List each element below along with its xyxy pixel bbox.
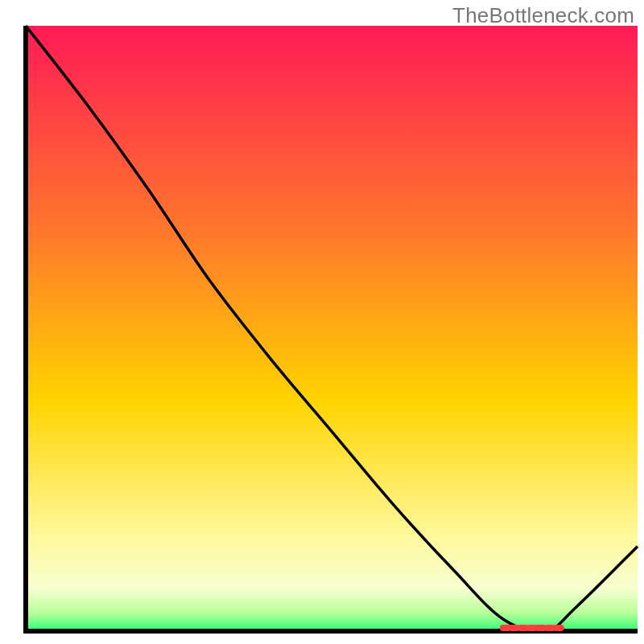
gradient-background bbox=[26, 26, 638, 631]
chart-frame: TheBottleneck.com bbox=[0, 0, 644, 644]
bottleneck-chart bbox=[0, 0, 644, 644]
